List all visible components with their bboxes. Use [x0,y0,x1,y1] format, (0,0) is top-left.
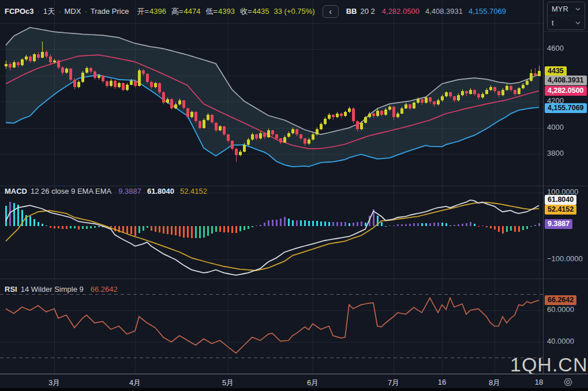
time-tick-label: 18 [535,378,543,386]
bb-indicator-title[interactable]: BB [346,6,357,17]
exchange-label: MDX [65,6,81,17]
macd-title[interactable]: MACD [5,186,27,197]
time-tick-label: 8月 [489,378,500,388]
low-value: 4393 [218,6,235,17]
interval-label[interactable]: 1天 [43,6,55,17]
macd-tick-label: −100.0000 [547,254,583,263]
separator: · [58,6,61,17]
open-value: 4396 [149,6,166,17]
main-legend: FCPOc3 · 1天 · MDX · Trade Price 开=4396 高… [5,5,540,18]
rsi-tick-label: 60.0000 [547,305,574,314]
rsi-title[interactable]: RSI [5,284,17,295]
pane-separator-macd[interactable] [0,186,588,186]
pane-separator-rsi[interactable] [0,279,588,279]
macd-signal-value: 52.4152 [180,186,207,197]
axis-unit-controls: MYR t [547,2,585,30]
rsi-tick-label: 40.0000 [547,337,574,345]
price-tick-label: 4000 [547,123,564,131]
axis-value-badge: 66.2642 [545,295,576,305]
rsi-params: 14 Wilder Simple 9 [21,284,84,295]
rsi-value: 66.2642 [91,284,118,295]
axis-value-badge: 4,155.7069 [545,103,587,113]
time-tick-label: 5月 [222,378,234,388]
rsi-line [6,298,539,354]
close-label: 收= [240,6,252,17]
bb-upper-value: 4,408.3931 [425,6,463,17]
trading-chart-app: FCPOc3 · 1天 · MDX · Trade Price 开=4396 高… [0,0,588,391]
axis-value-badge: 4,282.0500 [545,86,587,96]
symbol-title[interactable]: FCPOc3 [5,6,34,17]
time-tick-label: 7月 [388,378,399,388]
high-label: 高= [171,6,183,17]
macd-legend: MACD 12 26 close 9 EMA EMA 9.3887 61.804… [5,186,207,197]
bb-indicator-params: 20 2 [360,6,374,17]
gear-icon[interactable] [563,377,574,388]
price-tick-label: 3800 [547,149,564,157]
open-label: 开= [137,6,149,17]
chevron-down-icon [575,21,580,25]
price-tick-label: 4600 [547,44,564,52]
close-value: 4435 [253,6,269,17]
axis-value-badge: 61.8040 [545,195,576,205]
chevron-left-icon: ‹ [329,7,332,16]
axis-value-badge: 9.3887 [545,219,572,229]
time-tick-label: 3月 [48,378,60,388]
change-value: 33 (+0.75%) [274,6,315,17]
time-tick-label: 4月 [129,378,141,388]
time-axis-panel[interactable]: 3月4月5月6月7月168月18 [0,374,588,389]
unit-selector[interactable]: t [548,16,585,29]
time-tick-label: 6月 [307,378,319,388]
series-type-label: Trade Price [91,6,129,17]
macd-params: 12 26 close 9 EMA EMA [31,186,111,197]
axis-value-badge: 4,408.3931 [545,76,587,85]
collapse-legend-button[interactable]: ‹ [323,5,339,18]
currency-label: MYR [552,5,568,13]
low-label: 低= [205,6,218,17]
macd-line [6,200,539,275]
chevron-down-icon [575,7,580,11]
axis-value-badge: 52.4152 [545,205,576,215]
unit-label: t [552,18,554,27]
price-axis-panel[interactable]: 4600420040003800100.0000−100.000060.0000… [543,0,588,374]
time-tick-label: 16 [438,378,446,386]
watermark: 1QH.CN [510,354,587,376]
rsi-legend: RSI 14 Wilder Simple 9 66.2642 [5,284,118,295]
currency-selector[interactable]: MYR [548,2,585,16]
separator: · [38,6,40,17]
separator: · [84,6,87,17]
macd-hist-value: 9.3887 [118,186,141,197]
axis-value-badge: 4435 [545,66,567,76]
bb-lower-value: 4,155.7069 [469,6,506,17]
bottom-strip [0,388,588,391]
high-value: 4474 [184,6,201,17]
ohlc-group: 开=4396 高=4474 低=4393 收=4435 [137,6,269,17]
bb-basis-value: 4,282.0500 [382,6,420,17]
axis-subline [544,31,588,32]
axis-border [543,0,544,388]
macd-line-value: 61.8040 [147,186,174,197]
